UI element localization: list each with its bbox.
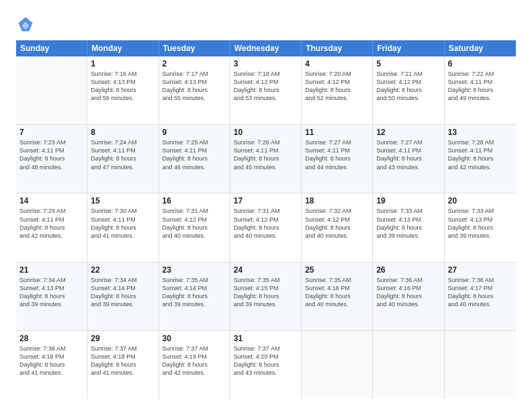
cell-info-line: Sunrise: 7:21 AM (376, 70, 440, 78)
cell-info-line: Sunset: 4:18 PM (19, 353, 83, 361)
calendar-cell: 17Sunrise: 7:31 AMSunset: 4:12 PMDayligh… (230, 193, 302, 261)
cell-info-line: Sunrise: 7:24 AM (91, 138, 154, 146)
day-number: 12 (376, 128, 440, 137)
cell-info-line: and 55 minutes. (163, 94, 226, 102)
day-number: 14 (19, 196, 83, 205)
cell-info-line: Sunrise: 7:20 AM (305, 70, 369, 78)
calendar-cell: 25Sunrise: 7:35 AMSunset: 4:16 PMDayligh… (302, 263, 373, 330)
cell-info-line: Sunrise: 7:36 AM (448, 276, 513, 284)
cell-info-line: Sunrise: 7:22 AM (448, 70, 513, 78)
cell-info-line: Sunrise: 7:36 AM (19, 345, 83, 353)
cell-info-line: Daylight: 8 hours (163, 292, 226, 300)
day-of-week-tuesday: Tuesday (159, 40, 230, 56)
cell-info-line: Sunset: 4:20 PM (234, 353, 298, 361)
cell-info-line: Daylight: 8 hours (19, 292, 83, 300)
cell-info-line: and 53 minutes. (234, 94, 298, 102)
calendar-row: 7Sunrise: 7:23 AMSunset: 4:11 PMDaylight… (16, 125, 516, 193)
cell-info-line: Daylight: 8 hours (234, 224, 298, 232)
cell-info-line: and 50 minutes. (376, 94, 440, 102)
day-number: 4 (305, 59, 369, 68)
calendar-cell: 26Sunrise: 7:36 AMSunset: 4:16 PMDayligh… (373, 263, 444, 330)
cell-info-line: and 40 minutes. (234, 232, 298, 240)
cell-info-line: Sunrise: 7:34 AM (19, 276, 83, 284)
calendar-row: 28Sunrise: 7:36 AMSunset: 4:18 PMDayligh… (16, 331, 516, 399)
cell-info-line: and 44 minutes. (305, 163, 369, 171)
calendar-cell: 18Sunrise: 7:32 AMSunset: 4:12 PMDayligh… (302, 193, 373, 261)
calendar-cell: 16Sunrise: 7:31 AMSunset: 4:12 PMDayligh… (159, 193, 230, 261)
cell-info-line: and 46 minutes. (163, 163, 226, 171)
cell-info-line: Sunrise: 7:25 AM (163, 138, 226, 146)
day-number: 10 (234, 128, 298, 137)
day-number: 13 (448, 128, 513, 137)
cell-info-line: Sunset: 4:12 PM (234, 78, 298, 86)
day-number: 2 (163, 59, 226, 68)
cell-info-line: and 39 minutes. (91, 300, 154, 308)
cell-info-line: Daylight: 8 hours (91, 154, 154, 163)
cell-info-line: Sunset: 4:11 PM (448, 78, 513, 86)
cell-info-line: Sunrise: 7:32 AM (305, 207, 369, 215)
calendar-cell (302, 331, 373, 399)
cell-info-line: Sunset: 4:13 PM (163, 78, 226, 86)
calendar-row: 21Sunrise: 7:34 AMSunset: 4:13 PMDayligh… (16, 263, 516, 331)
calendar-body: 1Sunrise: 7:16 AMSunset: 4:13 PMDaylight… (16, 56, 516, 399)
calendar-cell (373, 331, 444, 399)
header (16, 12, 516, 34)
cell-info-line: Sunset: 4:16 PM (376, 284, 440, 292)
calendar-cell: 4Sunrise: 7:20 AMSunset: 4:12 PMDaylight… (302, 56, 373, 124)
cell-info-line: Daylight: 8 hours (163, 154, 226, 163)
calendar-cell: 5Sunrise: 7:21 AMSunset: 4:12 PMDaylight… (373, 56, 444, 124)
calendar-row: 1Sunrise: 7:16 AMSunset: 4:13 PMDaylight… (16, 56, 516, 125)
day-number: 1 (91, 59, 154, 68)
cell-info-line: Daylight: 8 hours (305, 86, 369, 94)
cell-info-line: Sunrise: 7:16 AM (91, 70, 154, 78)
cell-info-line: Daylight: 8 hours (305, 292, 369, 300)
calendar-cell: 27Sunrise: 7:36 AMSunset: 4:17 PMDayligh… (445, 263, 516, 330)
calendar-cell: 28Sunrise: 7:36 AMSunset: 4:18 PMDayligh… (16, 331, 87, 399)
cell-info-line: Sunrise: 7:28 AM (448, 138, 513, 146)
day-of-week-wednesday: Wednesday (230, 40, 302, 56)
cell-info-line: Sunset: 4:13 PM (448, 216, 513, 224)
calendar-cell: 29Sunrise: 7:37 AMSunset: 4:18 PMDayligh… (87, 331, 159, 399)
calendar-cell: 8Sunrise: 7:24 AMSunset: 4:11 PMDaylight… (87, 125, 159, 193)
cell-info-line: Sunrise: 7:35 AM (305, 276, 369, 284)
day-number: 6 (448, 59, 513, 68)
cell-info-line: Sunset: 4:12 PM (163, 216, 226, 224)
cell-info-line: Sunset: 4:16 PM (305, 284, 369, 292)
cell-info-line: Sunrise: 7:27 AM (305, 138, 369, 146)
cell-info-line: Daylight: 8 hours (19, 361, 83, 369)
cell-info-line: Daylight: 8 hours (19, 154, 83, 163)
day-number: 31 (234, 334, 298, 343)
cell-info-line: Sunset: 4:17 PM (448, 284, 513, 292)
cell-info-line: Sunset: 4:19 PM (163, 353, 226, 361)
cell-info-line: Sunset: 4:11 PM (19, 216, 83, 224)
cell-info-line: and 40 minutes. (305, 300, 369, 308)
cell-info-line: Sunset: 4:11 PM (305, 146, 369, 154)
day-number: 5 (376, 59, 440, 68)
day-number: 17 (234, 196, 298, 205)
cell-info-line: and 42 minutes. (448, 163, 513, 171)
day-number: 15 (91, 196, 154, 205)
cell-info-line: and 43 minutes. (376, 163, 440, 171)
calendar-cell: 2Sunrise: 7:17 AMSunset: 4:13 PMDaylight… (159, 56, 230, 124)
cell-info-line: and 56 minutes. (91, 94, 154, 102)
cell-info-line: Daylight: 8 hours (91, 292, 154, 300)
cell-info-line: Sunset: 4:13 PM (376, 216, 440, 224)
day-of-week-thursday: Thursday (302, 40, 373, 56)
cell-info-line: Sunset: 4:11 PM (234, 146, 298, 154)
page: SundayMondayTuesdayWednesdayThursdayFrid… (0, 0, 532, 411)
logo-icon (16, 15, 35, 34)
calendar-cell: 30Sunrise: 7:37 AMSunset: 4:19 PMDayligh… (159, 331, 230, 399)
cell-info-line: and 39 minutes. (448, 232, 513, 240)
cell-info-line: Sunrise: 7:18 AM (234, 70, 298, 78)
calendar-cell: 3Sunrise: 7:18 AMSunset: 4:12 PMDaylight… (230, 56, 302, 124)
cell-info-line: Sunset: 4:15 PM (234, 284, 298, 292)
cell-info-line: and 41 minutes. (91, 232, 154, 240)
cell-info-line: Daylight: 8 hours (305, 154, 369, 163)
day-number: 11 (305, 128, 369, 137)
cell-info-line: Sunrise: 7:37 AM (91, 345, 154, 353)
cell-info-line: Sunrise: 7:37 AM (234, 345, 298, 353)
day-number: 19 (376, 196, 440, 205)
calendar-cell: 31Sunrise: 7:37 AMSunset: 4:20 PMDayligh… (230, 331, 302, 399)
cell-info-line: Daylight: 8 hours (376, 154, 440, 163)
logo (16, 15, 36, 34)
